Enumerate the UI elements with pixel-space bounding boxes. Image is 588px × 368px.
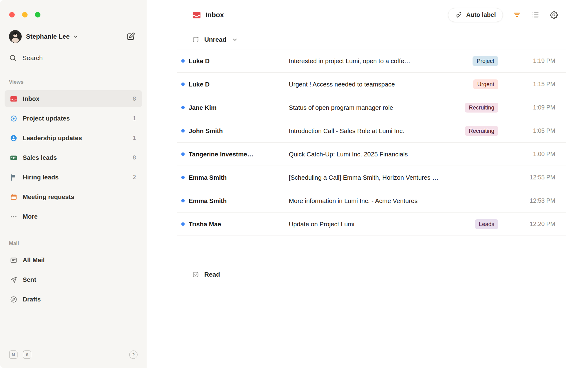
email-sender: Luke D <box>189 57 289 65</box>
zoom-button[interactable] <box>35 12 40 17</box>
unread-dot <box>177 176 189 179</box>
unread-dot <box>177 129 189 132</box>
sidebar-item-leadership-updates[interactable]: Leadership updates1 <box>5 129 142 147</box>
email-row[interactable]: Luke DUrgent ! Access needed to teamspac… <box>177 73 566 96</box>
auto-label-label: Auto label <box>466 11 496 18</box>
sidebar-item-all-mail[interactable]: All Mail <box>5 251 142 269</box>
sidebar-item-inbox[interactable]: Inbox8 <box>5 90 142 107</box>
calendar-icon <box>10 193 17 201</box>
sidebar: Stephanie Lee Search Views Inbox8Project… <box>0 0 147 368</box>
auto-label-icon <box>455 11 462 19</box>
sidebar-item-more[interactable]: More <box>5 208 142 225</box>
sidebar-item-sent[interactable]: Sent <box>5 271 142 288</box>
inbox-icon <box>10 95 17 103</box>
email-subject: More information in Lumi Inc. - Acme Ven… <box>289 197 515 205</box>
sidebar-item-count: 1 <box>133 115 136 122</box>
gear-icon[interactable] <box>550 11 558 19</box>
drafts-icon <box>10 296 17 303</box>
sidebar-item-label: Inbox <box>23 95 127 102</box>
email-list-area: Unread Luke DInterested in project Lumi,… <box>147 30 588 283</box>
sidebar-item-meeting-requests[interactable]: Meeting requests <box>5 188 142 205</box>
email-sender: John Smith <box>189 127 289 135</box>
sidebar-item-label: Drafts <box>23 296 131 303</box>
chevron-down-icon <box>72 33 79 40</box>
email-row[interactable]: John SmithIntroduction Call - Sales Role… <box>177 119 566 143</box>
unread-select-icon <box>192 36 199 43</box>
ellipsis-icon <box>10 213 17 220</box>
minimize-button[interactable] <box>22 12 28 17</box>
unread-dot <box>177 222 189 226</box>
email-row[interactable]: Trisha MaeUpdate on Project LumiLeads12:… <box>177 213 566 236</box>
read-check-icon <box>192 271 199 278</box>
sidebar-item-sales-leads[interactable]: Sales leads8 <box>5 149 142 166</box>
account-switcher[interactable]: Stephanie Lee <box>5 30 142 43</box>
email-sender: Tangerine Investme… <box>189 151 289 158</box>
email-time: 12:20 PM <box>515 220 555 228</box>
notion-app-badge[interactable]: N <box>9 351 17 359</box>
read-group-header[interactable]: Read <box>177 266 566 283</box>
leadership-icon <box>10 134 17 142</box>
email-label-badge: Project <box>473 56 498 66</box>
auto-label-button[interactable]: Auto label <box>448 8 503 22</box>
email-subject: Introduction Call - Sales Role at Lumi I… <box>289 127 465 135</box>
email-row[interactable]: Emma Smith[Scheduling a Call] Emma Smith… <box>177 166 566 189</box>
sidebar-item-count: 1 <box>133 135 136 141</box>
sidebar-item-count: 8 <box>133 95 136 102</box>
sidebar-item-label: Leadership updates <box>23 134 127 142</box>
sidebar-item-label: Hiring leads <box>23 174 127 181</box>
unread-dot <box>177 106 189 109</box>
unread-group-header[interactable]: Unread <box>177 30 566 49</box>
email-subject: Urgent ! Access needed to teamspace <box>289 81 473 88</box>
sidebar-item-label: More <box>23 213 131 220</box>
user-name: Stephanie Lee <box>26 33 70 40</box>
sidebar-item-label: Sent <box>23 276 131 283</box>
sidebar-item-drafts[interactable]: Drafts <box>5 291 142 308</box>
filter-icon[interactable] <box>513 11 521 19</box>
main-panel: Inbox Auto label <box>147 0 588 368</box>
views-section-title: Views <box>9 79 138 85</box>
email-time: 12:55 PM <box>515 174 555 181</box>
email-time: 12:53 PM <box>515 197 555 204</box>
email-time: 1:15 PM <box>515 81 555 88</box>
search-button[interactable]: Search <box>5 54 142 62</box>
read-group-title: Read <box>204 271 220 278</box>
email-sender: Trisha Mae <box>189 220 289 228</box>
email-time: 1:05 PM <box>515 127 555 134</box>
mail-app-window: Stephanie Lee Search Views Inbox8Project… <box>0 0 588 368</box>
sidebar-item-hiring-leads[interactable]: Hiring leads2 <box>5 169 142 186</box>
email-subject: [Scheduling a Call] Emma Smith, Horizon … <box>289 174 515 181</box>
sidebar-item-count: 2 <box>133 174 136 181</box>
search-icon <box>9 54 17 62</box>
sidebar-item-label: Meeting requests <box>23 193 131 201</box>
email-label-badge: Urgent <box>473 79 498 89</box>
email-label-badge: Recruiting <box>465 126 498 136</box>
unread-group-title: Unread <box>204 36 226 43</box>
sidebar-mail-list: All MailSentDrafts <box>5 251 142 308</box>
sidebar-footer: N 6 ? <box>9 351 138 359</box>
page-title: Inbox <box>205 11 224 19</box>
sidebar-views-list: Inbox8Project updates1Leadership updates… <box>5 90 142 225</box>
email-sender: Emma Smith <box>189 197 289 205</box>
list-view-icon[interactable] <box>531 11 540 19</box>
email-subject: Interested in project Lumi, open to a co… <box>289 57 473 65</box>
sidebar-item-label: All Mail <box>23 256 131 264</box>
send-icon <box>10 276 17 284</box>
sidebar-item-count: 8 <box>133 154 136 161</box>
email-row[interactable]: Luke DInterested in project Lumi, open t… <box>177 49 566 73</box>
email-sender: Jane Kim <box>189 104 289 111</box>
email-row[interactable]: Emma SmithMore information in Lumi Inc. … <box>177 189 566 213</box>
email-subject: Update on Project Lumi <box>289 220 475 228</box>
email-row[interactable]: Tangerine Investme…Quick Catch-Up: Lumi … <box>177 143 566 166</box>
compose-icon[interactable] <box>126 32 135 41</box>
sidebar-item-project-updates[interactable]: Project updates1 <box>5 110 142 127</box>
unread-dot <box>177 199 189 202</box>
help-icon[interactable]: ? <box>129 351 138 359</box>
sidebar-item-label: Sales leads <box>23 154 127 161</box>
search-label: Search <box>22 54 43 62</box>
chevron-down-icon[interactable] <box>231 36 239 43</box>
flag-icon <box>10 174 17 181</box>
close-button[interactable] <box>9 12 15 17</box>
calendar-app-badge[interactable]: 6 <box>23 351 31 359</box>
email-row[interactable]: Jane KimStatus of open program manager r… <box>177 96 566 119</box>
target-icon <box>10 115 17 122</box>
